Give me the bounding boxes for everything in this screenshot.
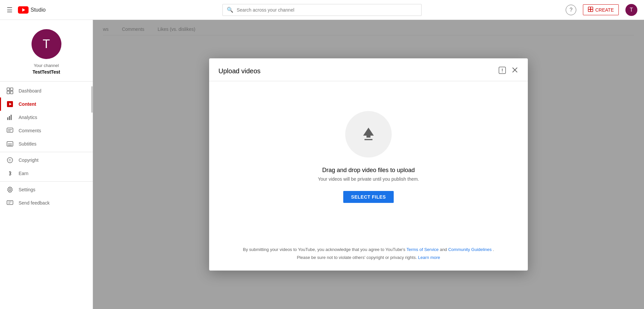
sidebar-item-feedback[interactable]: Send feedback — [0, 196, 93, 210]
svg-rect-8 — [10, 91, 13, 94]
svg-rect-11 — [7, 117, 8, 120]
feedback-icon — [7, 200, 13, 206]
svg-rect-13 — [11, 115, 12, 120]
settings-icon — [7, 186, 13, 193]
sidebar-item-label-feedback: Send feedback — [19, 200, 49, 206]
sidebar-scrollbar[interactable] — [91, 86, 93, 113]
svg-rect-7 — [7, 91, 10, 94]
channel-name: TestTestTest — [33, 69, 60, 75]
studio-label: Studio — [31, 7, 45, 13]
footer-and: and — [440, 247, 448, 252]
copyright-icon: © — [7, 157, 13, 163]
header-left: ☰ Studio — [7, 6, 100, 14]
select-files-button[interactable]: SELECT FILES — [343, 191, 394, 203]
svg-rect-12 — [9, 116, 10, 120]
modal-header-actions — [499, 66, 519, 76]
header-center: 🔍 — [100, 4, 544, 16]
sidebar-item-label-content: Content — [19, 101, 36, 107]
sidebar-item-analytics[interactable]: Analytics — [0, 111, 93, 124]
upload-modal: Upload videos — [209, 58, 528, 271]
community-guidelines-link[interactable]: Community Guidelines — [448, 247, 492, 252]
sidebar-item-label-settings: Settings — [19, 187, 36, 192]
terms-of-service-link[interactable]: Terms of Service — [406, 247, 439, 252]
modal-header: Upload videos — [209, 58, 528, 81]
footer-text-1: By submitting your videos to YouTube, yo… — [243, 247, 407, 252]
help-icon[interactable]: ? — [566, 5, 576, 15]
modal-close-icon[interactable] — [511, 66, 519, 76]
create-button[interactable]: CREATE — [583, 4, 619, 15]
comments-icon — [7, 127, 13, 134]
sidebar-item-label-comments: Comments — [19, 128, 41, 133]
channel-label: Your channel — [34, 63, 59, 68]
modal-footer: By submitting your videos to YouTube, yo… — [209, 239, 528, 271]
footer-text-2: Please be sure not to violate others' co… — [297, 255, 418, 260]
sidebar-item-settings[interactable]: Settings — [0, 183, 93, 196]
upload-circle — [345, 111, 392, 157]
sidebar-item-label-earn: Earn — [19, 171, 29, 176]
youtube-logo-icon — [18, 6, 29, 14]
search-input[interactable] — [237, 7, 417, 13]
content-icon — [7, 101, 13, 107]
sidebar-item-comments[interactable]: Comments — [0, 124, 93, 137]
sidebar-item-label-subtitles: Subtitles — [19, 141, 37, 147]
subtitles-icon — [7, 141, 13, 147]
svg-rect-5 — [7, 88, 10, 91]
search-bar[interactable]: 🔍 — [222, 4, 422, 16]
main-layout: T Your channel TestTestTest Dashboard — [0, 20, 644, 309]
sidebar-item-dashboard[interactable]: Dashboard — [0, 84, 93, 97]
search-icon: 🔍 — [227, 7, 233, 13]
footer-line-1: By submitting your videos to YouTube, yo… — [218, 246, 519, 253]
footer-period: . — [493, 247, 494, 252]
svg-rect-3 — [589, 9, 593, 10]
header-right: ? CREATE T — [544, 4, 637, 16]
question-mark-icon: ? — [570, 7, 573, 13]
sidebar-item-subtitles[interactable]: Subtitles — [0, 137, 93, 151]
modal-body: Drag and drop video files to upload Your… — [209, 81, 528, 239]
header: ☰ Studio 🔍 ? CREATE — [0, 0, 644, 20]
sidebar-item-label-copyright: Copyright — [19, 157, 39, 163]
svg-rect-24 — [7, 201, 13, 205]
sidebar-item-copyright[interactable]: © Copyright — [0, 154, 93, 167]
sidebar-divider-2 — [0, 181, 93, 182]
logo-area: Studio — [18, 6, 45, 14]
drag-drop-text: Drag and drop video files to upload — [322, 167, 415, 174]
content-area: ws Comments Likes (vs. dislikes) Upload … — [93, 20, 644, 309]
nav-items: Dashboard Content — [0, 82, 93, 309]
hamburger-icon[interactable]: ☰ — [7, 6, 13, 14]
private-text: Your videos will be private until you pu… — [318, 176, 419, 182]
svg-rect-6 — [10, 88, 13, 91]
channel-info: T Your channel TestTestTest — [0, 20, 93, 82]
dashboard-icon — [7, 88, 13, 94]
channel-avatar[interactable]: T — [32, 29, 61, 59]
modal-alert-icon[interactable] — [499, 67, 506, 76]
svg-rect-33 — [366, 136, 370, 138]
create-plus-icon — [588, 7, 593, 13]
sidebar-item-content[interactable]: Content — [0, 97, 93, 111]
svg-point-29 — [502, 72, 503, 72]
upload-arrow-icon — [359, 125, 378, 144]
sidebar-item-label-analytics: Analytics — [19, 115, 37, 120]
user-avatar[interactable]: T — [625, 4, 637, 16]
svg-marker-32 — [363, 128, 374, 136]
earn-icon — [7, 170, 13, 177]
create-label: CREATE — [595, 7, 614, 13]
svg-text:©: © — [9, 158, 11, 162]
footer-line-2: Please be sure not to violate others' co… — [218, 254, 519, 261]
learn-more-link[interactable]: Learn more — [418, 255, 440, 260]
sidebar-item-earn[interactable]: Earn — [0, 167, 93, 180]
svg-rect-14 — [7, 128, 13, 132]
modal-title: Upload videos — [218, 67, 261, 75]
svg-point-23 — [9, 189, 11, 191]
sidebar-divider — [0, 152, 93, 152]
sidebar: T Your channel TestTestTest Dashboard — [0, 20, 93, 309]
sidebar-item-label-dashboard: Dashboard — [19, 88, 41, 93]
analytics-icon — [7, 114, 13, 121]
